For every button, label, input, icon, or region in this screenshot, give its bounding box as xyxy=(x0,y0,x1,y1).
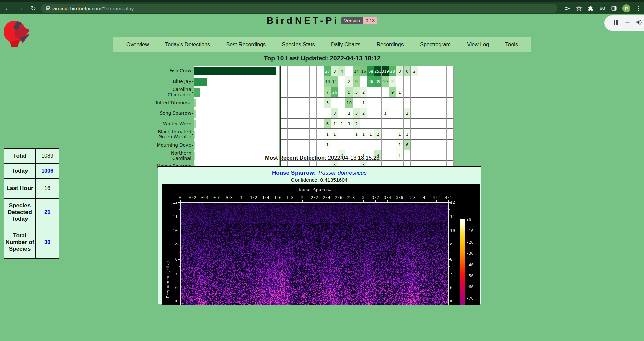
spec-time-label: 1·6 xyxy=(274,195,282,200)
heatmap-cell xyxy=(338,98,345,108)
heatmap-cell xyxy=(353,140,360,150)
spec-time-label: 2 xyxy=(301,195,304,200)
heatmap-cell xyxy=(360,76,367,87)
stats-value: 16 xyxy=(36,178,59,198)
heatmap-cell xyxy=(360,119,367,129)
heatmap-cell: 6 xyxy=(324,119,331,129)
stats-value[interactable]: 1006 xyxy=(36,163,59,178)
heatmap-cell xyxy=(439,140,446,150)
heatmap-cell xyxy=(411,98,418,108)
heatmap-cell xyxy=(432,76,439,87)
nav-item-tools[interactable]: Tools xyxy=(505,42,518,48)
heatmap-cell xyxy=(389,108,396,119)
y-tick xyxy=(192,113,193,114)
heatmap-cell: 9 xyxy=(389,87,396,98)
heatmap-cell xyxy=(374,119,382,129)
stats-row: Total Number of Species30 xyxy=(4,226,59,259)
spec-db-label: -50 xyxy=(466,274,474,278)
spec-db-label: -20 xyxy=(466,240,474,245)
nav-item-view-log[interactable]: View Log xyxy=(467,42,489,48)
stats-value[interactable]: 25 xyxy=(36,198,59,226)
heatmap-cell xyxy=(396,119,403,129)
heatmap-cell xyxy=(317,98,324,108)
heatmap-cell xyxy=(411,76,418,87)
pause-button[interactable] xyxy=(614,20,618,25)
stats-label: Today xyxy=(4,163,36,178)
bookmark-star-icon[interactable] xyxy=(575,5,583,12)
heatmap-cell xyxy=(360,140,367,150)
heatmap-cell xyxy=(425,76,432,87)
heatmap-cell: 1 xyxy=(360,129,367,139)
detection-scientific-name: Passer domesticus xyxy=(318,170,367,176)
extensions-icon[interactable] xyxy=(587,5,594,12)
y-tick xyxy=(192,92,193,93)
nav-item-daily-charts[interactable]: Daily Charts xyxy=(331,42,360,48)
volume-icon[interactable] xyxy=(636,19,642,27)
nav-item-overview[interactable]: Overview xyxy=(126,42,149,48)
heatmap-cell xyxy=(367,119,374,129)
detection-species-link[interactable]: House Sparrow: xyxy=(272,170,316,176)
heatmap-cell xyxy=(345,66,353,76)
spec-freq-label: 5 xyxy=(166,299,178,304)
heatmap-cell: 2 xyxy=(353,119,360,129)
back-button[interactable]: ← xyxy=(3,3,13,13)
spec-time-label: 3·8 xyxy=(408,195,416,200)
most-recent-label: Most Recent Detection: xyxy=(265,155,326,161)
stats-value[interactable]: 30 xyxy=(36,226,59,259)
nav-item-best-recordings[interactable]: Best Recordings xyxy=(226,42,266,48)
heatmap-cell xyxy=(447,98,454,108)
y-tick xyxy=(192,103,193,103)
heatmap-cell xyxy=(310,98,317,108)
heatmap-cell xyxy=(317,87,324,98)
side-panel-icon[interactable] xyxy=(610,5,618,12)
heatmap-cell xyxy=(411,140,418,150)
heatmap-cell: 3 xyxy=(324,98,331,108)
stats-value: 1089 xyxy=(36,148,59,163)
heatmap-cell xyxy=(396,98,403,108)
reload-button[interactable]: ↻ xyxy=(28,3,38,13)
heatmap-cell xyxy=(439,119,446,129)
nav-item-today-s-detections[interactable]: Today's Detections xyxy=(165,42,210,48)
nav-item-spectrogram[interactable]: Spectrogram xyxy=(420,42,451,48)
heatmap-cell xyxy=(317,140,324,150)
audio-player[interactable] xyxy=(604,15,644,31)
spec-time-label: 0·8 xyxy=(225,195,233,200)
heatmap-cell xyxy=(396,76,403,87)
heatmap-cell: 68 xyxy=(367,66,374,76)
nav-item-recordings[interactable]: Recordings xyxy=(377,42,404,48)
heatmap-cell: 4 xyxy=(338,66,345,76)
profile-avatar[interactable]: P xyxy=(622,4,630,12)
forward-button[interactable]: → xyxy=(15,3,25,13)
heatmap-cell xyxy=(288,140,295,150)
heatmap-cell: 1 xyxy=(338,119,345,129)
seek-slider[interactable] xyxy=(625,22,630,23)
heatmap-cell xyxy=(345,129,353,139)
y-tick xyxy=(192,124,193,124)
heatmap-cell xyxy=(295,119,302,129)
browser-menu-icon[interactable]: ⋮ xyxy=(635,5,642,12)
heatmap-cell: 3 xyxy=(353,108,360,119)
spec-time-label: 2·4 xyxy=(323,195,330,200)
heatmap-cell xyxy=(439,129,446,139)
heatmap-cell xyxy=(295,66,302,76)
spec-time-label: 3·2 xyxy=(372,195,379,200)
heatmap-cell: 2 xyxy=(360,108,367,119)
playlist-icon[interactable] xyxy=(599,5,606,12)
heatmap-cell: 3 xyxy=(331,66,338,76)
share-icon[interactable] xyxy=(564,5,571,12)
spec-db-label: -60 xyxy=(466,285,474,289)
heatmap-cell: 28 xyxy=(389,66,396,76)
url-text[interactable]: virginia.birdnetpi.com/?stream=play xyxy=(52,6,134,11)
heatmap-cell xyxy=(418,108,425,119)
heatmap-cell xyxy=(447,140,454,150)
spec-time-label: 2·6 xyxy=(335,195,342,200)
heatmap-cell xyxy=(338,87,345,98)
heatmap-cell xyxy=(281,76,288,87)
heatmap-cell: 3 xyxy=(353,87,360,98)
address-bar[interactable]: virginia.birdnetpi.com/?stream=play xyxy=(41,4,557,13)
nav-item-species-stats[interactable]: Species Stats xyxy=(282,42,315,48)
spec-freq-label: 7 xyxy=(166,271,178,276)
heatmap-cell xyxy=(418,66,425,76)
lock-icon xyxy=(46,8,49,10)
heatmap-cell: 5 xyxy=(345,87,353,98)
